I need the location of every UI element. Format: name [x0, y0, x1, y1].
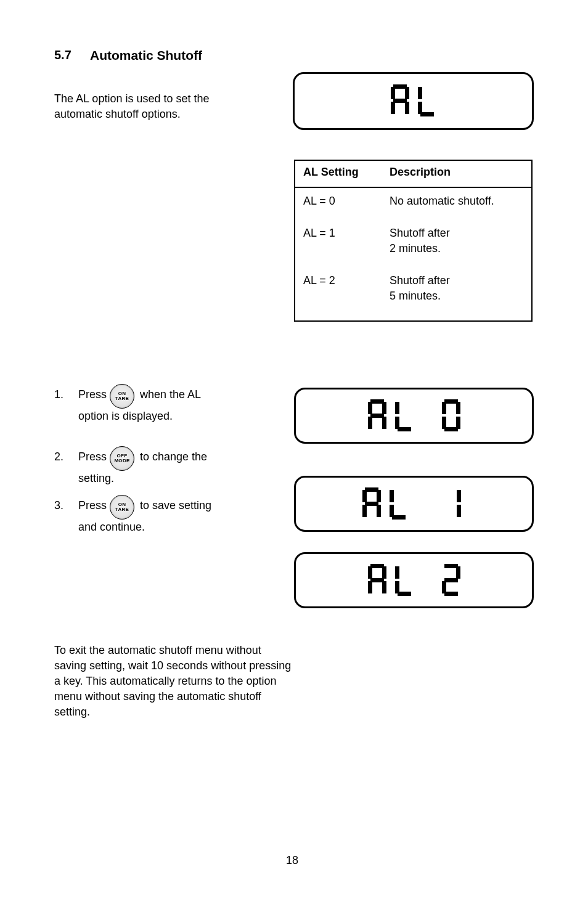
- table-r1c1: AL = 0: [303, 195, 335, 208]
- step1-press: Press: [78, 388, 107, 401]
- intro-line2: automatic shutoff options.: [54, 107, 181, 121]
- step2-rest: to change the: [137, 450, 207, 463]
- step3-num: 3.: [54, 499, 63, 512]
- table-header-2: Description: [390, 166, 451, 179]
- off-mode-button[interactable]: OFF MODE: [110, 446, 134, 471]
- table-r3c1: AL = 2: [303, 274, 335, 287]
- step1-rest: when the AL: [137, 388, 201, 401]
- exit-line4: menu without saving the automatic shutof…: [54, 689, 261, 704]
- step3-rest: to save setting: [137, 499, 211, 512]
- seg-char-L: [418, 84, 436, 116]
- exit-line3: a key. This automatically returns to the…: [54, 674, 277, 688]
- step2-num: 2.: [54, 450, 63, 463]
- on-tare-button-2[interactable]: ON TARE: [110, 495, 134, 520]
- step2-line2: setting.: [78, 472, 114, 485]
- intro-line1: The AL option is used to set the: [54, 91, 210, 106]
- seg-1: [447, 487, 466, 520]
- page-number: 18: [286, 854, 298, 867]
- lcd-display-al: [293, 72, 534, 130]
- step3-press: Press: [78, 499, 107, 512]
- section-number: 5.7: [54, 48, 71, 62]
- section-title: Automatic Shutoff: [90, 48, 202, 63]
- lcd-display-al1: [294, 476, 534, 532]
- seg-2: [442, 564, 460, 596]
- tare-label-2: TARE: [115, 507, 129, 512]
- on-tare-button[interactable]: ON TARE: [110, 384, 134, 409]
- seg-A-3: [368, 564, 386, 596]
- table-r2c2-l1: Shutoff after: [390, 227, 450, 240]
- table-r1c2: No automatic shutoff.: [390, 195, 494, 208]
- table-r2c1: AL = 1: [303, 227, 335, 240]
- step1-line2: option is displayed.: [78, 410, 173, 423]
- lcd-display-al0: [294, 388, 534, 444]
- seg-A-2: [362, 487, 381, 520]
- seg-0: [442, 399, 460, 431]
- seg-L-3: [395, 564, 414, 596]
- tare-label: TARE: [115, 396, 129, 401]
- exit-line1: To exit the automatic shutoff menu witho…: [54, 643, 261, 658]
- exit-line2: saving setting, wait 10 seconds without …: [54, 658, 291, 673]
- table-r3c2-l2: 5 minutes.: [390, 290, 441, 303]
- seg-char-A: [391, 84, 409, 116]
- seg-L: [395, 399, 414, 431]
- seg-A: [368, 399, 386, 431]
- step2-press: Press: [78, 450, 107, 463]
- lcd-display-al2: [294, 552, 534, 608]
- step3-line2: and continue.: [78, 521, 145, 534]
- seg-L-2: [390, 487, 408, 520]
- exit-line5: setting.: [54, 704, 90, 719]
- table-r3c2-l1: Shutoff after: [390, 274, 450, 287]
- table-header-1: AL Setting: [303, 166, 359, 179]
- step1-num: 1.: [54, 388, 63, 401]
- mode-label: MODE: [114, 459, 129, 463]
- table-r2c2-l2: 2 minutes.: [390, 242, 441, 255]
